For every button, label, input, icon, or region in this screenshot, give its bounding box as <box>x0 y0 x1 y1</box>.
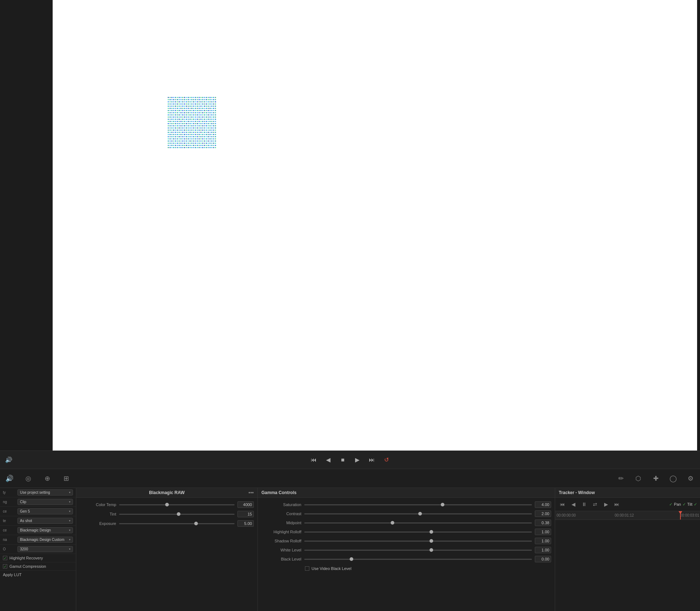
svg-rect-633 <box>188 147 189 148</box>
tracker-controls: ⏮ ◀ ⏸ ⇄ ▶ ⏭ ✓ Pan ✓ Tilt ✓ <box>555 498 700 511</box>
svg-rect-183 <box>204 110 205 111</box>
svg-rect-51 <box>209 99 211 100</box>
svg-rect-255 <box>188 117 189 118</box>
tracker-skip-start[interactable]: ⏮ <box>558 500 567 509</box>
play-button[interactable]: ▶ <box>352 455 362 465</box>
plus-icon[interactable]: ✚ <box>650 473 662 484</box>
video-black-level-checkbox[interactable] <box>305 566 309 571</box>
svg-rect-215 <box>213 112 214 113</box>
step-back-button[interactable]: ◀ <box>323 455 333 465</box>
svg-rect-264 <box>204 117 205 118</box>
tracker-step-back[interactable]: ◀ <box>569 500 578 509</box>
tool-icon-2[interactable]: ⊕ <box>41 473 53 484</box>
svg-rect-355 <box>173 125 174 126</box>
saturation-slider[interactable] <box>304 504 532 505</box>
contrast-slider[interactable] <box>304 513 532 514</box>
apply-lut-button[interactable]: Apply LUT <box>3 573 21 577</box>
svg-rect-425 <box>202 130 203 131</box>
gamut-compression-checkbox[interactable]: ✓ <box>3 564 7 569</box>
raw-select-ty[interactable]: Use project setting ▾ <box>17 489 73 496</box>
svg-rect-389 <box>186 127 187 129</box>
svg-rect-411 <box>177 130 178 131</box>
tool-icon-3[interactable]: ⊞ <box>60 473 72 484</box>
black-level-label: Black Level <box>261 557 301 561</box>
svg-rect-349 <box>211 123 212 124</box>
svg-rect-214 <box>211 112 212 113</box>
svg-rect-576 <box>182 143 183 144</box>
svg-rect-158 <box>208 108 209 109</box>
svg-rect-457 <box>211 132 212 133</box>
svg-rect-321 <box>209 121 211 122</box>
raw-select-ce[interactable]: Gen 5 ▾ <box>17 508 73 514</box>
tint-slider[interactable] <box>119 514 235 515</box>
raw-select-o[interactable]: 3200 ▾ <box>17 546 73 552</box>
stop-button[interactable]: ■ <box>338 455 348 465</box>
highlight-rolloff-slider[interactable] <box>304 531 532 533</box>
settings-icon[interactable]: ⚙ <box>685 473 696 484</box>
svg-rect-10 <box>184 97 185 98</box>
svg-rect-241 <box>211 114 212 115</box>
svg-rect-446 <box>191 132 192 133</box>
svg-rect-109 <box>168 106 169 107</box>
raw-select-na[interactable]: Blackmagic Design Custom ▾ <box>17 537 73 543</box>
svg-rect-526 <box>190 138 191 139</box>
svg-rect-577 <box>184 143 185 144</box>
hex-icon[interactable]: ⬡ <box>632 473 644 484</box>
svg-rect-612 <box>199 145 200 146</box>
tilt-label[interactable]: Tilt <box>687 502 692 506</box>
tracker-pause[interactable]: ⏸ <box>580 500 589 509</box>
circle-icon[interactable]: ◯ <box>667 473 679 484</box>
loop-button[interactable]: ↺ <box>381 455 391 465</box>
svg-rect-373 <box>206 125 207 126</box>
skip-start-button[interactable]: ⏮ <box>309 455 319 465</box>
skip-end-button[interactable]: ⏭ <box>367 455 377 465</box>
svg-rect-56 <box>170 101 171 102</box>
svg-rect-402 <box>209 127 211 129</box>
color-temp-slider[interactable] <box>119 504 235 505</box>
svg-rect-26 <box>213 97 214 98</box>
highlight-recovery-checkbox[interactable]: ✓ <box>3 556 7 560</box>
svg-rect-609 <box>193 145 194 146</box>
svg-rect-364 <box>190 125 191 126</box>
pen-icon[interactable]: ✏ <box>615 473 627 484</box>
svg-rect-415 <box>184 130 185 131</box>
main-bottom: ty Use project setting ▾ ng Clip ▾ ce Ge… <box>0 488 700 611</box>
svg-rect-71 <box>197 101 198 102</box>
braw-more-button[interactable]: ••• <box>248 490 254 496</box>
svg-rect-100 <box>200 103 202 105</box>
tool-icon-0[interactable]: 🔊 <box>4 473 15 484</box>
svg-rect-421 <box>195 130 196 131</box>
raw-select-te[interactable]: As shot ▾ <box>17 518 73 524</box>
tracker-swap[interactable]: ⇄ <box>591 500 599 509</box>
svg-rect-476 <box>197 134 198 135</box>
black-level-slider[interactable] <box>304 559 532 560</box>
timeline-ruler: 00:00:00:00 00:00:01:12 00:00:03:01 00:0… <box>555 511 700 520</box>
svg-rect-365 <box>191 125 192 126</box>
pan-label[interactable]: Pan <box>674 502 681 506</box>
raw-select-ce2[interactable]: Blackmagic Design ▾ <box>17 527 73 533</box>
svg-rect-449 <box>197 132 198 133</box>
svg-rect-570 <box>171 143 172 144</box>
shadow-rolloff-slider[interactable] <box>304 541 532 542</box>
svg-rect-137 <box>170 108 171 109</box>
midpoint-slider[interactable] <box>304 522 532 524</box>
svg-rect-114 <box>177 106 178 107</box>
tool-icon-1[interactable]: ◎ <box>23 473 34 484</box>
white-level-value: 1.00 <box>535 547 551 553</box>
white-level-slider[interactable] <box>304 550 532 551</box>
svg-rect-400 <box>206 127 207 129</box>
svg-rect-504 <box>199 136 200 137</box>
exposure-slider[interactable] <box>119 523 235 524</box>
tracker-play-forward[interactable]: ▶ <box>602 500 610 509</box>
svg-rect-119 <box>186 106 187 107</box>
tracker-skip-end[interactable]: ⏭ <box>612 500 621 509</box>
svg-rect-281 <box>186 119 187 120</box>
raw-select-ng[interactable]: Clip ▾ <box>17 499 73 505</box>
svg-rect-135 <box>215 106 216 107</box>
svg-rect-156 <box>204 108 205 109</box>
svg-rect-505 <box>200 136 202 137</box>
svg-rect-198 <box>182 112 183 113</box>
svg-rect-279 <box>182 119 183 120</box>
braw-panel: Blackmagic RAW ••• Color Temp 4000 Tint … <box>76 488 258 611</box>
svg-rect-81 <box>215 101 216 102</box>
